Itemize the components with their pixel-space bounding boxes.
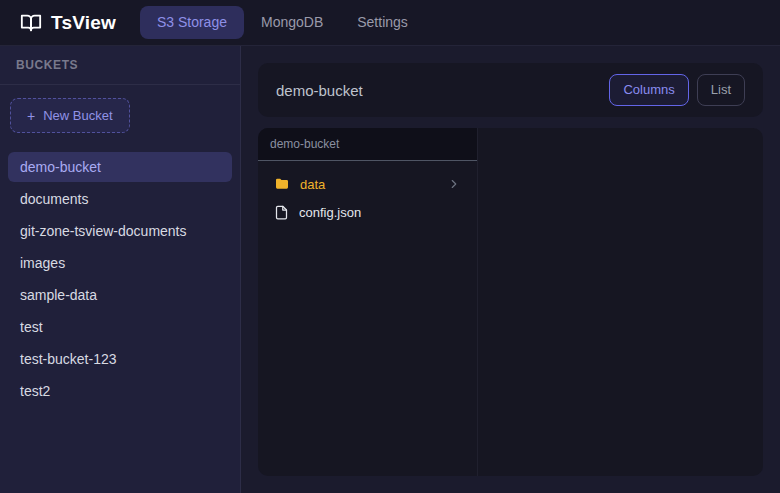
column-items: data xyxy=(258,161,477,235)
folder-icon xyxy=(274,176,290,192)
file-browser-panel: demo-bucket data xyxy=(258,128,763,476)
sidebar-item-test[interactable]: test xyxy=(8,312,232,342)
columns-view-button[interactable]: Columns xyxy=(609,74,688,106)
chevron-right-icon xyxy=(447,177,461,191)
sidebar-item-git-zone-tsview-documents[interactable]: git-zone-tsview-documents xyxy=(8,216,232,246)
sidebar-item-test2[interactable]: test2 xyxy=(8,376,232,406)
app-body: BUCKETS + New Bucket demo-bucket documen… xyxy=(0,46,780,493)
new-bucket-button[interactable]: + New Bucket xyxy=(10,98,130,133)
top-nav: S3 Storage MongoDB Settings xyxy=(140,6,425,39)
file-icon xyxy=(274,205,289,220)
topbar: TsView S3 Storage MongoDB Settings xyxy=(0,0,780,46)
brand: TsView xyxy=(20,12,116,34)
sidebar-item-sample-data[interactable]: sample-data xyxy=(8,280,232,310)
sidebar: BUCKETS + New Bucket demo-bucket documen… xyxy=(0,46,241,493)
app-root: TsView S3 Storage MongoDB Settings BUCKE… xyxy=(0,0,780,493)
sidebar-item-images[interactable]: images xyxy=(8,248,232,278)
sidebar-item-test-bucket-123[interactable]: test-bucket-123 xyxy=(8,344,232,374)
column-header: demo-bucket xyxy=(258,128,477,161)
list-view-button[interactable]: List xyxy=(697,74,745,106)
bucket-list: demo-bucket documents git-zone-tsview-do… xyxy=(8,152,232,406)
book-open-icon xyxy=(20,12,42,34)
tab-s3-storage[interactable]: S3 Storage xyxy=(140,6,244,39)
current-bucket-title: demo-bucket xyxy=(276,82,363,99)
plus-icon: + xyxy=(27,109,35,123)
browser-column-demo-bucket: demo-bucket data xyxy=(258,128,478,476)
new-bucket-label: New Bucket xyxy=(43,108,112,123)
tab-mongodb[interactable]: MongoDB xyxy=(244,6,340,39)
file-name: config.json xyxy=(299,205,461,220)
folder-row-data[interactable]: data xyxy=(266,170,469,198)
file-row-config-json[interactable]: config.json xyxy=(266,198,469,226)
tab-settings[interactable]: Settings xyxy=(340,6,425,39)
app-title: TsView xyxy=(51,12,116,34)
sidebar-item-demo-bucket[interactable]: demo-bucket xyxy=(8,152,232,182)
folder-name: data xyxy=(300,177,437,192)
bucket-list-container: + New Bucket demo-bucket documents git-z… xyxy=(0,85,240,416)
view-toggle: Columns List xyxy=(609,74,745,106)
sidebar-item-documents[interactable]: documents xyxy=(8,184,232,214)
bucket-header-bar: demo-bucket Columns List xyxy=(258,63,763,117)
buckets-section-title: BUCKETS xyxy=(0,46,240,85)
main-content: demo-bucket Columns List demo-bucket xyxy=(241,46,780,493)
